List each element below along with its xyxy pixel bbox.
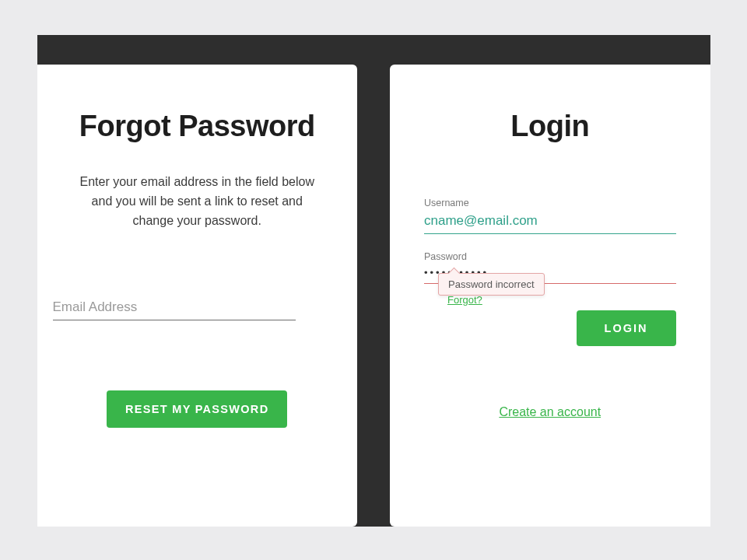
forgot-password-card: Forgot Password Enter your email address… (37, 65, 358, 527)
auth-screens-stage: Forgot Password Enter your email address… (37, 35, 710, 527)
forgot-password-title: Forgot Password (48, 110, 347, 143)
email-field[interactable] (53, 296, 296, 320)
username-field-block: Username (424, 198, 676, 234)
cards-row: Forgot Password Enter your email address… (37, 65, 710, 527)
forgot-password-link[interactable]: Forgot? (447, 294, 482, 306)
forgot-password-description: Enter your email address in the field be… (72, 173, 321, 230)
create-account-link[interactable]: Create an account (499, 405, 601, 419)
password-label: Password (424, 251, 676, 262)
login-form: Username Password Password incorrect For… (424, 198, 676, 284)
reset-password-button[interactable]: RESET MY PASSWORD (107, 390, 287, 428)
email-field-wrap (53, 296, 296, 320)
login-title: Login (401, 110, 700, 143)
password-field-block: Password Password incorrect (424, 251, 676, 284)
username-field[interactable] (424, 210, 676, 234)
login-button[interactable]: LOGIN (577, 310, 676, 346)
login-button-row: LOGIN (401, 310, 676, 346)
login-card: Login Username Password Password incorre… (390, 65, 710, 527)
password-error-tooltip: Password incorrect (438, 273, 545, 296)
username-label: Username (424, 198, 676, 208)
